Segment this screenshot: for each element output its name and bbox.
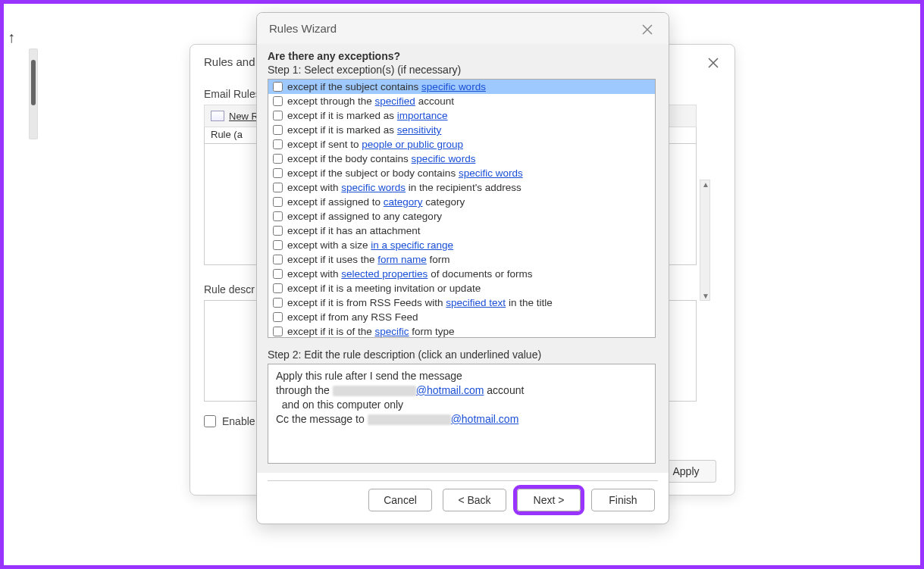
exception-item[interactable]: except if the subject or body contains s… xyxy=(268,166,655,180)
exception-link[interactable]: importance xyxy=(397,110,448,121)
redacted-account xyxy=(333,386,416,396)
exception-item[interactable]: except if it has an attachment xyxy=(268,224,655,238)
exception-link[interactable]: specified text xyxy=(446,297,506,308)
exception-item[interactable]: except if sent to people or public group xyxy=(268,137,655,152)
exception-item[interactable]: except if it is marked as sensitivity xyxy=(268,123,655,137)
desc-line-2: through the @hotmail.com account xyxy=(276,383,647,398)
exception-checkbox[interactable] xyxy=(273,283,283,293)
exception-checkbox[interactable] xyxy=(273,82,283,92)
recipient-link[interactable]: @hotmail.com xyxy=(451,413,519,425)
exception-item[interactable]: except with specific words in the recipi… xyxy=(268,180,655,195)
exception-label: except if the body contains specific wor… xyxy=(287,153,475,164)
exception-label: except if sent to people or public group xyxy=(287,139,463,150)
exception-checkbox[interactable] xyxy=(273,197,283,207)
exception-link[interactable]: specific words xyxy=(421,81,486,92)
back-button[interactable]: < Back xyxy=(443,489,506,511)
exception-label: except if it is a meeting invitation or … xyxy=(287,283,481,294)
exception-item[interactable]: except if the body contains specific wor… xyxy=(268,152,655,166)
exception-checkbox[interactable] xyxy=(273,111,283,120)
exception-label: except if the subject contains specific … xyxy=(287,81,486,92)
step1-label: Step 1: Select exception(s) (if necessar… xyxy=(268,64,658,76)
exception-label: except through the specified account xyxy=(287,95,454,107)
exception-item[interactable]: except if it is a meeting invitation or … xyxy=(268,281,655,295)
exception-link[interactable]: specified xyxy=(375,95,415,107)
wizard-title: Rules Wizard xyxy=(257,13,669,44)
exception-checkbox[interactable] xyxy=(273,269,283,279)
exception-label: except if it is from RSS Feeds with spec… xyxy=(287,297,553,308)
scrollbar-thumb[interactable] xyxy=(31,60,36,105)
exception-checkbox[interactable] xyxy=(273,183,283,192)
exception-checkbox[interactable] xyxy=(273,168,283,178)
rules-wizard-dialog: Rules Wizard Are there any exceptions? S… xyxy=(256,12,669,524)
exception-label: except with specific words in the recipi… xyxy=(287,182,522,193)
exception-checkbox[interactable] xyxy=(273,125,283,135)
exception-label: except if it uses the form name form xyxy=(287,254,450,265)
exception-label: except if assigned to any category xyxy=(287,211,442,222)
exception-checkbox[interactable] xyxy=(273,96,283,106)
new-rule-button[interactable]: New R xyxy=(229,111,258,122)
scroll-up-icon[interactable]: ▲ xyxy=(702,180,709,189)
exception-checkbox[interactable] xyxy=(273,327,283,336)
exceptions-list[interactable]: except if the subject contains specific … xyxy=(268,79,656,338)
exception-label: except if it is of the specific form typ… xyxy=(287,326,455,337)
redacted-recipient xyxy=(368,414,451,425)
list-scrollbar[interactable]: ▲ ▼ xyxy=(700,180,710,301)
exception-item[interactable]: except through the specified account xyxy=(268,94,655,108)
exception-link[interactable]: in a specific range xyxy=(371,239,453,251)
exception-link[interactable]: specific words xyxy=(341,182,406,193)
enable-checkbox-input[interactable] xyxy=(204,415,216,427)
desc-line-1: Apply this rule after I send the message xyxy=(276,369,647,383)
exception-link[interactable]: sensitivity xyxy=(397,124,442,136)
exception-checkbox[interactable] xyxy=(273,255,283,264)
account-link[interactable]: @hotmail.com xyxy=(416,384,484,396)
exception-item[interactable]: except if from any RSS Feed xyxy=(268,310,655,324)
exception-label: except if assigned to category category xyxy=(287,196,465,208)
next-button[interactable]: Next > xyxy=(517,489,581,511)
exception-checkbox[interactable] xyxy=(273,211,283,221)
up-arrow-icon: ↑ xyxy=(8,29,15,46)
wizard-button-row: Cancel < Back Next > Finish xyxy=(368,489,655,511)
exception-label: except if the subject or body contains s… xyxy=(287,167,523,179)
exception-item[interactable]: except if it is from RSS Feeds with spec… xyxy=(268,295,655,310)
exception-link[interactable]: selected properties xyxy=(341,268,428,280)
exception-label: except with selected properties of docum… xyxy=(287,268,532,280)
exception-item[interactable]: except if it is of the specific form typ… xyxy=(268,324,655,338)
exception-label: except if it is marked as importance xyxy=(287,110,448,121)
finish-button[interactable]: Finish xyxy=(591,489,655,511)
step2-label: Step 2: Edit the rule description (click… xyxy=(268,349,658,361)
exception-checkbox[interactable] xyxy=(273,139,283,149)
desc-line-3: and on this computer only xyxy=(276,398,647,412)
exception-item[interactable]: except with selected properties of docum… xyxy=(268,267,655,281)
exception-label: except if it has an attachment xyxy=(287,225,421,236)
desc-line-4: Cc the message to @hotmail.com xyxy=(276,412,647,427)
close-icon[interactable] xyxy=(704,54,722,72)
close-icon[interactable] xyxy=(638,20,656,39)
scroll-down-icon[interactable]: ▼ xyxy=(702,292,709,300)
exception-item[interactable]: except if assigned to category category xyxy=(268,195,655,209)
exception-link[interactable]: category xyxy=(384,196,423,208)
exception-link[interactable]: specific words xyxy=(459,167,523,179)
exception-checkbox[interactable] xyxy=(273,240,283,250)
cancel-button[interactable]: Cancel xyxy=(368,489,432,511)
exception-item[interactable]: except if it uses the form name form xyxy=(268,252,655,267)
exception-checkbox[interactable] xyxy=(273,154,283,164)
exception-item[interactable]: except if the subject contains specific … xyxy=(268,80,655,94)
exception-label: except if from any RSS Feed xyxy=(287,311,418,323)
exception-checkbox[interactable] xyxy=(273,312,283,322)
exception-item[interactable]: except with a size in a specific range xyxy=(268,238,655,252)
new-rule-icon xyxy=(211,111,224,121)
rule-description-editor[interactable]: Apply this rule after I send the message… xyxy=(268,364,656,464)
exception-item[interactable]: except if it is marked as importance xyxy=(268,108,655,123)
exception-checkbox[interactable] xyxy=(273,298,283,308)
enable-label: Enable xyxy=(222,415,255,427)
wizard-question: Are there any exceptions? xyxy=(268,50,658,62)
separator xyxy=(268,480,658,481)
exception-checkbox[interactable] xyxy=(273,226,283,236)
exception-item[interactable]: except if assigned to any category xyxy=(268,209,655,224)
exception-link[interactable]: people or public group xyxy=(362,139,463,150)
exception-link[interactable]: specific words xyxy=(412,153,476,164)
exception-link[interactable]: form name xyxy=(377,254,427,265)
left-scrollbar[interactable] xyxy=(29,48,38,139)
exception-label: except if it is marked as sensitivity xyxy=(287,124,441,136)
exception-link[interactable]: specific xyxy=(375,326,409,337)
